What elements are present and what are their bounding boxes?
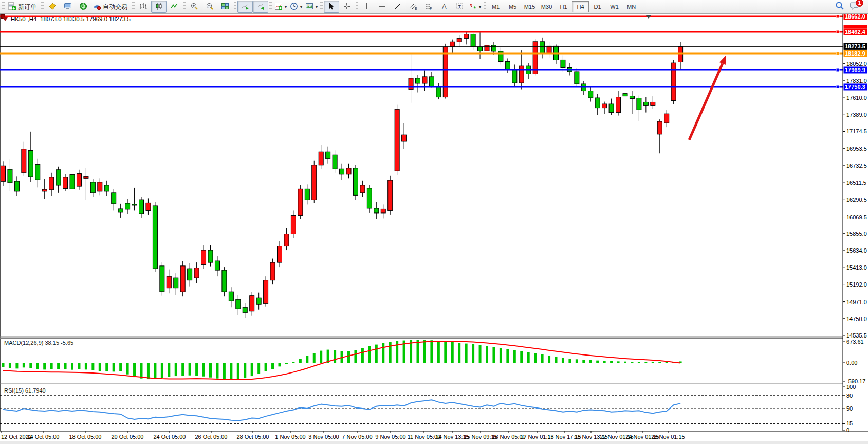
auto-scroll-icon: [241, 2, 249, 12]
bar-chart-button[interactable]: [136, 1, 151, 13]
fibonacci-button[interactable]: F: [421, 1, 436, 13]
macd-histogram-bar: [209, 363, 212, 378]
indicators-button[interactable]: ▾: [273, 1, 288, 13]
macd-histogram-bar: [299, 359, 302, 363]
toolbar-group-grip: [41, 2, 44, 11]
timeframe-button-d1[interactable]: D1: [589, 1, 606, 12]
time-label: 28 Oct 05:00: [237, 434, 269, 440]
candle-body: [77, 174, 81, 186]
macd-histogram-bar: [175, 363, 177, 376]
periods-button[interactable]: ▾: [288, 1, 304, 13]
auto-trading-button[interactable]: 自动交易: [91, 1, 131, 13]
label-button[interactable]: T: [452, 1, 467, 13]
macd-histogram-bar: [472, 344, 474, 363]
channel-button[interactable]: E: [405, 1, 421, 13]
macd-histogram-bar: [126, 363, 129, 375]
line-chart-button[interactable]: [167, 1, 182, 13]
candle-body: [512, 69, 517, 83]
timeframe-button-h4[interactable]: H4: [572, 1, 589, 12]
notifications-button[interactable]: 1: [849, 1, 860, 12]
macd-histogram-bar: [285, 363, 288, 364]
vertical-line-button[interactable]: [359, 1, 375, 13]
candle-body: [250, 296, 254, 311]
candle-body: [132, 204, 137, 205]
candle-body: [264, 280, 268, 304]
symbols-button[interactable]: [45, 1, 60, 13]
macd-histogram-bar: [257, 363, 260, 374]
candle-body: [651, 102, 655, 105]
horizontal-line-button[interactable]: [375, 1, 390, 13]
candle-body: [1, 166, 6, 181]
timeframe-button-m30[interactable]: M30: [538, 1, 555, 12]
candle-body: [256, 298, 261, 304]
candle-body: [298, 189, 303, 215]
chart-shift-icon: [256, 2, 265, 12]
navigator-button[interactable]: [76, 1, 91, 13]
timeframe-button-m15[interactable]: M15: [521, 1, 538, 12]
candlestick-button[interactable]: [151, 1, 167, 13]
price-label-18182.9: 18182.9: [845, 50, 865, 57]
zoom-in-button[interactable]: [187, 1, 202, 13]
chevron-down-icon: ▾: [300, 5, 302, 9]
time-label: 9 Nov 05:00: [375, 434, 405, 440]
price-label-17969.9: 17969.9: [845, 67, 865, 73]
candle-body: [49, 177, 54, 190]
svg-text:A: A: [442, 3, 447, 10]
macd-histogram-bar: [500, 348, 502, 363]
crosshair-button[interactable]: [339, 1, 355, 13]
time-label: 20 Oct 05:00: [112, 434, 144, 440]
arrows-button[interactable]: ▾: [467, 1, 483, 13]
market-watch-button[interactable]: [60, 1, 76, 13]
time-label: 1 Nov 05:00: [275, 434, 305, 440]
candle-body: [664, 114, 669, 123]
auto-scroll-button[interactable]: [237, 1, 253, 13]
chart-shift-button[interactable]: [253, 1, 268, 13]
price-tick-label: 14750.0: [846, 316, 867, 322]
templates-button[interactable]: ▾: [304, 1, 319, 13]
macd-histogram-bar: [181, 363, 184, 376]
chart-window[interactable]: HK50-,H418073.0 18330.5 17969.0 18273.5M…: [0, 14, 868, 444]
macd-histogram-bar: [244, 363, 246, 378]
macd-histogram-bar: [423, 340, 426, 363]
candle-body: [215, 261, 219, 270]
macd-histogram-bar: [78, 363, 80, 369]
timeframe-button-m5[interactable]: M5: [504, 1, 521, 12]
candle-body: [395, 109, 399, 171]
candle-body: [429, 77, 434, 87]
level-line-marker: [836, 52, 839, 55]
tile-windows-button[interactable]: [217, 1, 233, 13]
time-label: 18 Oct 05:00: [69, 434, 102, 440]
candle-body: [540, 42, 545, 54]
cursor-button[interactable]: [324, 1, 339, 13]
macd-histogram-bar: [119, 363, 122, 371]
macd-histogram-bar: [195, 363, 198, 376]
search-icon[interactable]: [835, 1, 844, 12]
zoom-out-button[interactable]: [202, 1, 217, 13]
hline-icon: [378, 2, 386, 12]
new-order-button[interactable]: 新订单: [6, 1, 40, 13]
price-axis[interactable]: [843, 14, 868, 431]
macd-histogram-bar: [292, 362, 294, 363]
candle-body: [56, 170, 61, 185]
macd-histogram-bar: [444, 342, 447, 363]
trendline-button[interactable]: [390, 1, 405, 13]
macd-histogram-bar: [638, 362, 640, 363]
timeframe-button-m1[interactable]: M1: [487, 1, 504, 12]
tile-icon: [221, 2, 229, 12]
timeframe-button-mn[interactable]: MN: [623, 1, 640, 12]
timeframe-button-h1[interactable]: H1: [555, 1, 572, 12]
text-button[interactable]: A: [436, 1, 452, 13]
candle-body: [637, 98, 641, 110]
chart-canvas[interactable]: HK50-,H418073.0 18330.5 17969.0 18273.5M…: [0, 14, 868, 444]
fibo-icon: F: [424, 2, 433, 12]
macd-histogram-bar: [644, 362, 647, 363]
candle-body: [139, 200, 144, 214]
macd-histogram-bar: [9, 363, 11, 368]
timeframe-button-w1[interactable]: W1: [606, 1, 623, 12]
macd-histogram-bar: [189, 363, 191, 376]
candle-body: [491, 45, 496, 51]
macd-histogram-bar: [140, 363, 143, 379]
time-label: 28 Nov 01:15: [651, 434, 685, 440]
macd-histogram-bar: [23, 363, 25, 367]
indicators-icon: [274, 2, 283, 12]
